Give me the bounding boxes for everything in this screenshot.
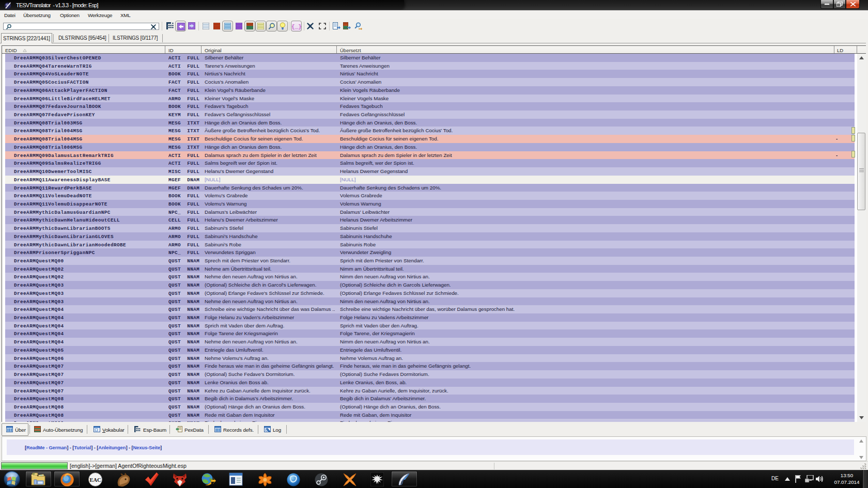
svg-text:EAC: EAC bbox=[89, 477, 101, 483]
svg-text:{_}: {_} bbox=[292, 24, 301, 30]
